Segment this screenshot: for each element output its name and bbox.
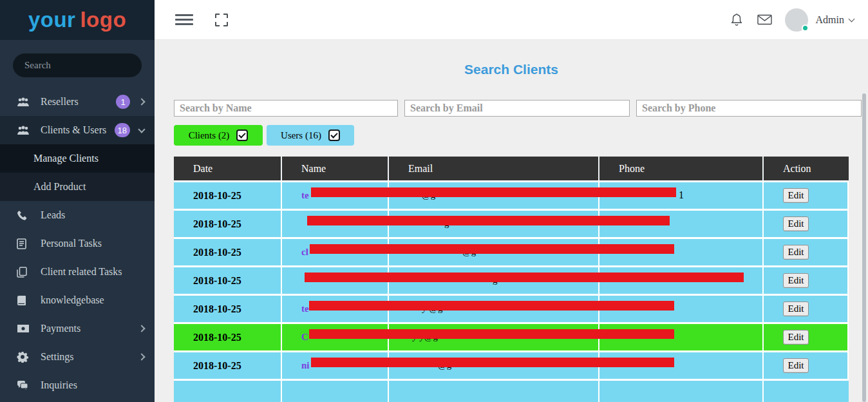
cell-phone [599,381,764,402]
topbar: Admin [155,0,868,40]
messages-envelope-icon[interactable] [757,14,772,25]
page-title: Search Clients [155,62,868,77]
phone-icon [17,210,32,221]
cell-email [389,381,599,402]
users-filter-checkbox[interactable] [328,129,340,141]
cell-action: Edit [764,239,849,265]
user-menu-label[interactable]: Admin [816,14,844,26]
sidebar-item-payments[interactable]: Payments [0,314,155,343]
cell-date: 2018-10-25 [174,211,282,237]
redaction-bar [305,273,744,282]
cell-date: 2018-10-25 [174,296,282,322]
redaction-bar [310,244,674,254]
chevron-right-icon [138,325,145,332]
sidebar-item-clients-users[interactable]: Clients & Users 18 [0,116,155,144]
table-row-highlighted: 2018-10-25 C Edit y y@g [174,324,849,352]
chevron-right-icon [138,98,145,105]
sidebar-item-label: Leads [41,209,65,221]
clients-filter-label: Clients (2) [189,130,230,141]
edit-button[interactable]: Edit [783,302,809,316]
cell-name [282,381,389,402]
search-by-name-input[interactable] [174,100,398,117]
notifications-bell-icon[interactable] [730,13,743,27]
sidebar-item-leads[interactable]: Leads [0,201,155,229]
sidebar-item-label: Client related Tasks [41,266,122,278]
sidebar-item-manage-clients[interactable]: Manage Clients [0,144,155,173]
hamburger-menu-icon[interactable] [175,12,193,28]
topbar-right: Admin [730,8,868,32]
users-icon [17,125,32,135]
chevron-down-icon [138,126,145,133]
sidebar-item-add-product[interactable]: Add Product [0,173,155,201]
cell-action: Edit [764,182,849,209]
cell-action: Edit [764,267,849,294]
users-filter-toggle[interactable]: Users (16) [267,125,354,146]
brand-logo-part1: your [28,8,76,32]
sidebar-item-client-related-tasks[interactable]: Client related Tasks [0,258,155,286]
table-row: 2018-10-25 te Edit y @g [174,296,849,324]
sidebar-item-knowledgebase[interactable]: knowledgebase [0,286,155,314]
search-by-phone-input[interactable] [636,100,862,117]
users-icon [17,97,32,107]
cell-date: 2018-10-25 [174,239,282,265]
clients-users-count-badge: 18 [115,123,130,137]
sidebar-item-label: Personal Tasks [41,238,102,249]
cell-action: Edit [764,211,849,237]
edit-button[interactable]: Edit [783,216,809,231]
copy-icon [17,267,32,278]
column-header-phone: Phone [599,157,764,180]
fullscreen-icon[interactable] [215,14,228,26]
sidebar-search-input[interactable] [13,53,142,77]
column-header-name: Name [282,157,389,180]
table-row: 2018-10-25 te Edit @g 1 [174,182,849,211]
sidebar-item-resellers[interactable]: Resellers 1 [0,88,155,116]
user-menu-chevron-down-icon[interactable] [849,15,855,22]
sidebar-item-label: Payments [41,323,80,334]
sidebar-item-label: Settings [41,351,74,363]
clients-table: Date Name Email Phone Action 2018-10-25 … [174,157,849,402]
redaction-bar [309,329,674,339]
table-row: 2018-10-25 Edit g [174,211,849,239]
chat-icon [17,380,32,390]
search-by-email-input[interactable] [404,100,630,117]
table-row: 2018-10-25 ni Edit @g [174,352,849,381]
sidebar-item-label: Clients & Users [41,124,106,136]
brand-logo[interactable]: yourlogo [28,8,126,32]
sidebar: yourlogo Resellers 1 Clients & Users 18 … [0,0,155,402]
table-row: 2018-10-25 cl Edit @g [174,239,849,267]
users-filter-label: Users (16) [281,130,321,141]
logo-area: yourlogo [0,0,155,40]
sidebar-item-settings[interactable]: Settings [0,343,155,371]
cell-action: Edit [764,296,849,322]
edit-button[interactable]: Edit [783,358,809,373]
chevron-right-icon [138,353,145,360]
table-row: 2018-10-25 Edit g [174,267,849,296]
sidebar-scrollbar[interactable] [862,93,866,402]
cell-action [764,381,849,402]
cell-date: 2018-10-25 [174,182,282,209]
sidebar-item-inquiries[interactable]: Inquiries [0,371,155,399]
sidebar-item-label: knowledgebase [41,294,104,306]
brand-logo-part2: logo [80,8,126,32]
clients-filter-toggle[interactable]: Clients (2) [174,125,263,146]
edit-button[interactable]: Edit [783,273,809,288]
cell-action: Edit [764,352,849,379]
column-header-date: Date [174,157,282,180]
edit-button[interactable]: Edit [783,330,809,345]
column-header-email: Email [389,157,599,180]
edit-button[interactable]: Edit [783,188,809,203]
sidebar-item-personal-tasks[interactable]: Personal Tasks [0,229,155,258]
user-avatar[interactable] [785,8,808,32]
gear-icon [17,351,32,363]
phone-suffix: 1 [679,189,684,201]
sidebar-item-label: Add Product [33,181,86,193]
main-content: Search Clients Clients (2) Users (16) Da… [155,40,868,402]
clients-filter-checkbox[interactable] [236,129,248,141]
edit-button[interactable]: Edit [783,245,809,260]
money-icon [17,324,32,333]
resellers-count-badge: 1 [116,95,130,109]
cell-date: 2018-10-25 [174,352,282,379]
sidebar-item-label: Resellers [41,96,79,108]
column-header-action: Action [764,157,849,180]
cell-date: 2018-10-25 [174,267,282,294]
